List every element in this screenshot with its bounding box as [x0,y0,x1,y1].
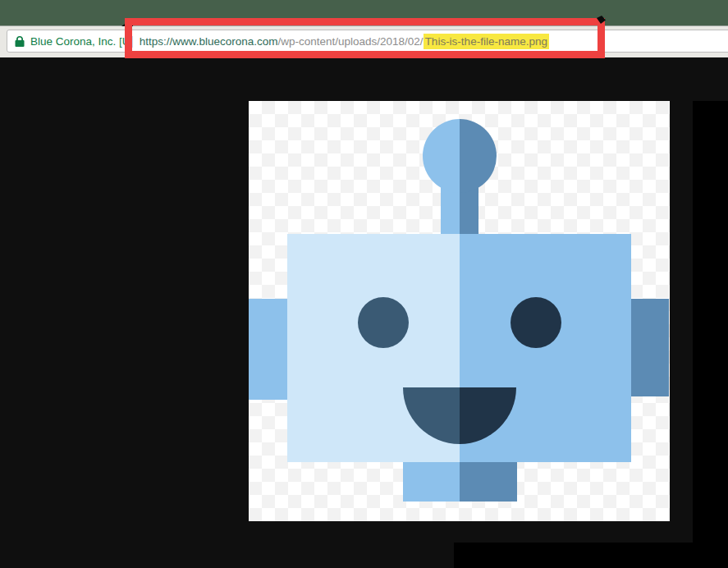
robot-ear-right [631,299,669,396]
robot-eye-left [358,297,409,348]
robot-neck-left [403,462,460,502]
security-badge-label: Blue Corona, Inc. [US] [30,35,126,48]
robot-eye-right [511,297,561,348]
robot-antenna-ball-left [423,119,460,193]
robot-ear-left [249,299,287,400]
annotation-highlight-box [125,18,605,58]
robot-neck-right [460,462,517,502]
png-transparency-canvas [249,101,670,521]
robot-image [249,101,670,521]
image-viewer-background [0,57,728,568]
letterbox-right [693,101,728,568]
lock-icon [15,35,25,48]
robot-antenna-ball-right [460,119,497,193]
letterbox-bottom-right [454,543,728,568]
security-badge[interactable]: Blue Corona, Inc. [US] [15,35,126,48]
